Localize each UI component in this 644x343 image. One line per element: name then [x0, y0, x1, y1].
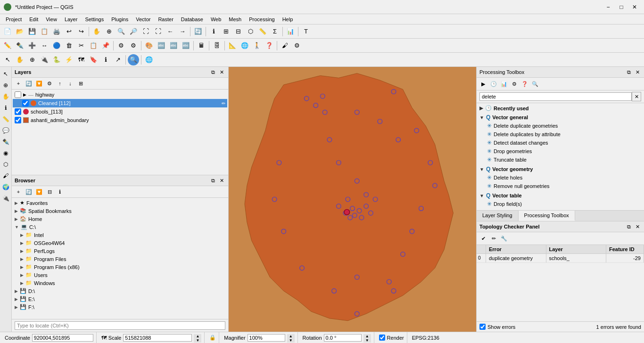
browser-item-intel[interactable]: ▶ 📁 Intel — [13, 231, 227, 239]
edit-layer-btn[interactable]: ✏️ — [2, 40, 13, 51]
layer-item-cleaned[interactable]: Cleaned [112] ✏ — [13, 99, 227, 107]
save-as-btn[interactable]: 📋 — [39, 26, 50, 37]
db-mgr-btn[interactable]: 🗄 — [211, 40, 223, 51]
undo-btn[interactable]: ↩ — [63, 26, 74, 37]
zoom-full-btn[interactable]: ⊕ — [103, 26, 115, 37]
analysis-btn[interactable]: 📐 — [227, 40, 238, 51]
topo-config-btn[interactable]: ✏ — [489, 234, 498, 243]
scale-input[interactable] — [123, 334, 192, 342]
cursor-btn[interactable]: ↗ — [112, 54, 124, 65]
layer-item-schools[interactable]: schools_[113] — [13, 107, 227, 116]
measure-tool[interactable]: 📏 — [0, 114, 11, 124]
zoom-out-btn[interactable]: 🔎 — [128, 26, 139, 37]
pt-item-truncate[interactable]: ✳ Truncate table — [478, 155, 643, 164]
pt-search-icon[interactable]: 🔍 — [530, 79, 540, 89]
pt-results-btn[interactable]: 📊 — [499, 79, 509, 89]
menu-web[interactable]: Web — [207, 16, 225, 23]
close-button[interactable]: ✕ — [629, 2, 640, 12]
magnifier-up[interactable]: ▲ — [287, 334, 295, 338]
browser-item-windows[interactable]: ▶ 📁 Windows — [13, 279, 227, 287]
python-btn[interactable]: 🐍 — [51, 54, 62, 65]
menu-project[interactable]: Project — [2, 16, 25, 23]
magnifier-spinner[interactable]: ▲ ▼ — [287, 334, 295, 342]
help2-btn[interactable]: ❓ — [264, 40, 275, 51]
move-feat-btn[interactable]: ↔ — [39, 40, 50, 51]
browser-close-btn[interactable]: ✕ — [218, 177, 225, 184]
browser-item-d[interactable]: ▶ 💾 D:\ — [13, 287, 227, 295]
pt-item-detect-changes[interactable]: ✳ Detect dataset changes — [478, 139, 643, 147]
pt-float-btn[interactable]: ⧉ — [625, 68, 633, 76]
walk-btn[interactable]: 🚶 — [251, 40, 263, 51]
show-errors-checkbox[interactable] — [479, 324, 486, 330]
browser-item-osgeo[interactable]: ▶ 📁 OSGeo4W64 — [13, 239, 227, 247]
scale-up[interactable]: ▲ — [194, 334, 201, 338]
pt-close-btn[interactable]: ✕ — [634, 68, 641, 76]
zoom-in-btn[interactable]: 🔍 — [116, 26, 127, 37]
add-poly-tool[interactable]: ⬡ — [0, 159, 11, 170]
topo-validate-btn[interactable]: ✔ — [479, 234, 488, 243]
menu-processing[interactable]: Processing — [245, 16, 278, 23]
proj-info-btn[interactable]: ℹ — [100, 54, 111, 65]
new-project-btn[interactable]: 📄 — [2, 26, 13, 37]
maximize-button[interactable]: □ — [616, 2, 627, 12]
menu-edit[interactable]: Edit — [25, 16, 42, 23]
browser-item-f[interactable]: ▶ 💾 F:\ — [13, 303, 227, 311]
redo-btn[interactable]: ↪ — [75, 26, 87, 37]
browser-item-c[interactable]: ▼ 💻 C:\ — [13, 223, 227, 231]
browser-item-perflogs[interactable]: ▶ 📁 PerfLogs — [13, 247, 227, 255]
zoom-prev-btn[interactable]: ← — [165, 26, 176, 37]
pt-item-drop-field[interactable]: ✳ Drop field(s) — [478, 200, 643, 208]
browser-filter-btn[interactable]: 🔽 — [34, 187, 44, 196]
open-project-btn[interactable]: 📂 — [14, 26, 25, 37]
browser-collapse-btn[interactable]: ⊟ — [45, 187, 54, 196]
add-feat-btn[interactable]: ➕ — [26, 40, 38, 51]
pt-section-recent-header[interactable]: ▶ 🕒 Recently used — [478, 104, 643, 112]
topo-float-btn[interactable]: ⧉ — [625, 223, 633, 230]
layer-item-ashanti[interactable]: ashanti_admin_boundary — [13, 116, 227, 124]
tab-processing-toolbox[interactable]: Processing Toolbox — [519, 211, 575, 221]
settings2-btn[interactable]: ⚙ — [291, 40, 303, 51]
style-tool[interactable]: 🖌 — [0, 171, 11, 181]
globe2-tool[interactable]: 🌍 — [0, 182, 11, 192]
add-layer-btn[interactable]: + — [14, 79, 23, 88]
label4-btn[interactable]: 🔤 — [180, 40, 191, 51]
zoom-layer-btn[interactable]: ⛶ — [140, 26, 151, 37]
map-tips-btn[interactable]: 🗺 — [75, 54, 87, 65]
globe-btn[interactable]: 🌐 — [239, 40, 250, 51]
rotation-down[interactable]: ▼ — [363, 338, 371, 343]
pt-search-input[interactable] — [479, 92, 632, 101]
deselect-btn[interactable]: ⊟ — [232, 26, 244, 37]
table-row[interactable]: 0 duplicate geometry schools_ -29 — [477, 254, 644, 263]
layer-down-btn[interactable]: ↓ — [66, 79, 75, 88]
macro-btn[interactable]: ⚡ — [63, 54, 74, 65]
refresh-layers-btn[interactable]: 🔄 — [24, 79, 33, 88]
annotate-tool[interactable]: 💬 — [0, 125, 11, 136]
search-btn[interactable]: 🔍 — [128, 54, 139, 65]
menu-layer[interactable]: Layer — [61, 16, 82, 23]
menu-vector[interactable]: Vector — [132, 16, 154, 23]
3d-btn[interactable]: 🌐 — [143, 54, 155, 65]
pt-section-vectable-header[interactable]: ▼ Q Vector table — [478, 191, 643, 200]
style-btn[interactable]: 🖌 — [279, 40, 290, 51]
topo-settings-btn[interactable]: 🔧 — [499, 234, 509, 243]
pt-item-delete-dup-geom[interactable]: ✳ Delete duplicate geometries — [478, 122, 643, 130]
pt-section-vecgeom-header[interactable]: ▼ Q Vector geometry — [478, 165, 643, 173]
coord-input[interactable] — [32, 334, 93, 342]
layer-filter-btn[interactable]: ⚙ — [45, 79, 54, 88]
label-btn[interactable]: T — [300, 26, 312, 37]
filter-layers-btn[interactable]: 🔽 — [34, 79, 44, 88]
field-calc-btn[interactable]: 🖩 — [196, 40, 207, 51]
browser-float-btn[interactable]: ⧉ — [209, 177, 217, 184]
identify-tool[interactable]: ℹ — [0, 103, 11, 113]
pan-btn[interactable]: ✋ — [91, 26, 102, 37]
pt-item-drop-geom[interactable]: ✳ Drop geometries — [478, 147, 643, 155]
copy-btn[interactable]: 📋 — [88, 40, 99, 51]
cut-btn[interactable]: ✂ — [75, 40, 87, 51]
delete-feat-btn[interactable]: 🗑 — [63, 40, 74, 51]
refresh-btn[interactable]: 🔄 — [192, 26, 204, 37]
layer-check-ashanti[interactable] — [15, 117, 21, 123]
browser-add-btn[interactable]: + — [14, 187, 23, 196]
pan-tool[interactable]: ✋ — [0, 91, 11, 102]
rotation-input[interactable] — [324, 334, 362, 342]
menu-mesh[interactable]: Mesh — [225, 16, 245, 23]
